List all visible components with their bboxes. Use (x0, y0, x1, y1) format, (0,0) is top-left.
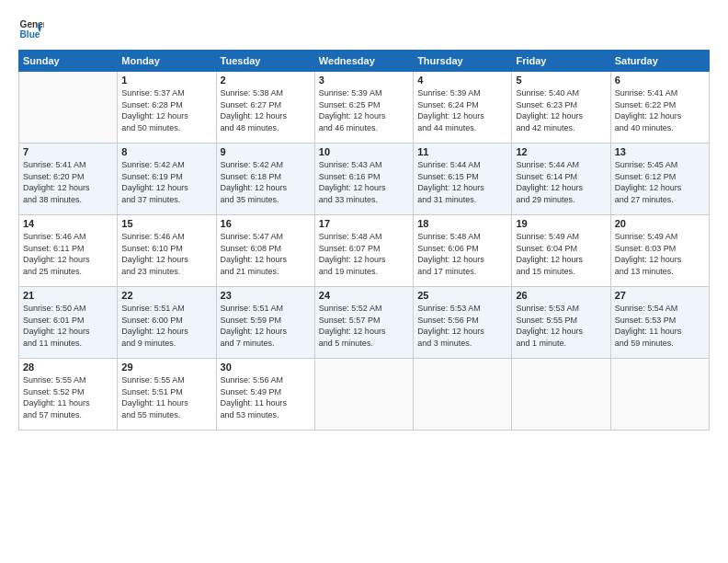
calendar-cell: 6Sunrise: 5:41 AMSunset: 6:22 PMDaylight… (610, 72, 709, 144)
day-number: 29 (121, 362, 211, 373)
day-number: 11 (417, 146, 507, 157)
day-info: Sunrise: 5:51 AMSunset: 5:59 PMDaylight:… (221, 303, 311, 349)
day-number: 22 (121, 290, 211, 301)
day-info: Sunrise: 5:55 AMSunset: 5:52 PMDaylight:… (23, 374, 113, 420)
calendar-cell: 2Sunrise: 5:38 AMSunset: 6:27 PMDaylight… (216, 72, 314, 144)
day-number: 19 (516, 218, 606, 229)
week-row-5: 28Sunrise: 5:55 AMSunset: 5:52 PMDayligh… (19, 359, 710, 431)
calendar-cell: 19Sunrise: 5:49 AMSunset: 6:04 PMDayligh… (512, 215, 610, 287)
day-info: Sunrise: 5:44 AMSunset: 6:15 PMDaylight:… (417, 159, 507, 205)
day-info: Sunrise: 5:49 AMSunset: 6:03 PMDaylight:… (615, 231, 705, 277)
day-info: Sunrise: 5:42 AMSunset: 6:18 PMDaylight:… (221, 159, 311, 205)
day-info: Sunrise: 5:44 AMSunset: 6:14 PMDaylight:… (516, 159, 606, 205)
day-info: Sunrise: 5:39 AMSunset: 6:25 PMDaylight:… (319, 87, 409, 133)
day-info: Sunrise: 5:48 AMSunset: 6:07 PMDaylight:… (319, 231, 409, 277)
calendar-cell: 23Sunrise: 5:51 AMSunset: 5:59 PMDayligh… (216, 287, 314, 359)
calendar-cell: 15Sunrise: 5:46 AMSunset: 6:10 PMDayligh… (118, 215, 216, 287)
header: General Blue (18, 17, 710, 42)
day-info: Sunrise: 5:46 AMSunset: 6:10 PMDaylight:… (121, 231, 211, 277)
calendar-cell: 30Sunrise: 5:56 AMSunset: 5:49 PMDayligh… (216, 359, 314, 431)
header-wednesday: Wednesday (314, 51, 413, 72)
day-number: 7 (23, 146, 113, 157)
calendar-cell: 17Sunrise: 5:48 AMSunset: 6:07 PMDayligh… (314, 215, 413, 287)
day-info: Sunrise: 5:56 AMSunset: 5:49 PMDaylight:… (221, 374, 311, 420)
calendar-cell: 18Sunrise: 5:48 AMSunset: 6:06 PMDayligh… (414, 215, 512, 287)
calendar-cell (512, 359, 610, 431)
calendar-cell: 8Sunrise: 5:42 AMSunset: 6:19 PMDaylight… (118, 144, 216, 215)
day-info: Sunrise: 5:37 AMSunset: 6:28 PMDaylight:… (121, 87, 211, 133)
day-info: Sunrise: 5:50 AMSunset: 6:01 PMDaylight:… (23, 303, 113, 349)
day-number: 3 (319, 75, 409, 86)
day-info: Sunrise: 5:49 AMSunset: 6:04 PMDaylight:… (516, 231, 606, 277)
calendar-cell: 16Sunrise: 5:47 AMSunset: 6:08 PMDayligh… (216, 215, 314, 287)
day-number: 20 (615, 218, 705, 229)
day-number: 27 (615, 290, 705, 301)
day-info: Sunrise: 5:41 AMSunset: 6:22 PMDaylight:… (615, 87, 705, 133)
day-number: 1 (121, 75, 211, 86)
svg-text:Blue: Blue (20, 29, 40, 40)
calendar-cell (414, 359, 512, 431)
day-number: 5 (516, 75, 606, 86)
calendar-cell: 12Sunrise: 5:44 AMSunset: 6:14 PMDayligh… (512, 144, 610, 215)
day-number: 2 (221, 75, 311, 86)
day-info: Sunrise: 5:41 AMSunset: 6:20 PMDaylight:… (23, 159, 113, 205)
calendar-header-row: SundayMondayTuesdayWednesdayThursdayFrid… (19, 51, 710, 72)
day-info: Sunrise: 5:55 AMSunset: 5:51 PMDaylight:… (121, 374, 211, 420)
calendar-cell: 24Sunrise: 5:52 AMSunset: 5:57 PMDayligh… (314, 287, 413, 359)
header-saturday: Saturday (610, 51, 709, 72)
calendar-cell: 7Sunrise: 5:41 AMSunset: 6:20 PMDaylight… (19, 144, 118, 215)
calendar-cell: 5Sunrise: 5:40 AMSunset: 6:23 PMDaylight… (512, 72, 610, 144)
week-row-4: 21Sunrise: 5:50 AMSunset: 6:01 PMDayligh… (19, 287, 710, 359)
week-row-2: 7Sunrise: 5:41 AMSunset: 6:20 PMDaylight… (19, 144, 710, 215)
calendar-cell: 21Sunrise: 5:50 AMSunset: 6:01 PMDayligh… (19, 287, 118, 359)
header-thursday: Thursday (414, 51, 512, 72)
day-info: Sunrise: 5:45 AMSunset: 6:12 PMDaylight:… (615, 159, 705, 205)
day-number: 17 (319, 218, 409, 229)
day-number: 24 (319, 290, 409, 301)
calendar-cell (610, 359, 709, 431)
calendar-cell: 27Sunrise: 5:54 AMSunset: 5:53 PMDayligh… (610, 287, 709, 359)
day-info: Sunrise: 5:38 AMSunset: 6:27 PMDaylight:… (221, 87, 311, 133)
calendar-table: SundayMondayTuesdayWednesdayThursdayFrid… (18, 50, 710, 431)
calendar-cell: 9Sunrise: 5:42 AMSunset: 6:18 PMDaylight… (216, 144, 314, 215)
calendar-cell: 25Sunrise: 5:53 AMSunset: 5:56 PMDayligh… (414, 287, 512, 359)
day-info: Sunrise: 5:46 AMSunset: 6:11 PMDaylight:… (23, 231, 113, 277)
header-friday: Friday (512, 51, 610, 72)
calendar-cell (19, 72, 118, 144)
logo: General Blue (18, 17, 44, 42)
calendar-cell: 13Sunrise: 5:45 AMSunset: 6:12 PMDayligh… (610, 144, 709, 215)
day-info: Sunrise: 5:51 AMSunset: 6:00 PMDaylight:… (121, 303, 211, 349)
calendar-cell: 28Sunrise: 5:55 AMSunset: 5:52 PMDayligh… (19, 359, 118, 431)
logo-icon: General Blue (18, 17, 44, 42)
calendar-cell: 11Sunrise: 5:44 AMSunset: 6:15 PMDayligh… (414, 144, 512, 215)
day-info: Sunrise: 5:40 AMSunset: 6:23 PMDaylight:… (516, 87, 606, 133)
day-info: Sunrise: 5:43 AMSunset: 6:16 PMDaylight:… (319, 159, 409, 205)
day-number: 23 (221, 290, 311, 301)
day-info: Sunrise: 5:52 AMSunset: 5:57 PMDaylight:… (319, 303, 409, 349)
day-info: Sunrise: 5:47 AMSunset: 6:08 PMDaylight:… (221, 231, 311, 277)
day-info: Sunrise: 5:53 AMSunset: 5:56 PMDaylight:… (417, 303, 507, 349)
calendar-cell: 20Sunrise: 5:49 AMSunset: 6:03 PMDayligh… (610, 215, 709, 287)
calendar-cell: 22Sunrise: 5:51 AMSunset: 6:00 PMDayligh… (118, 287, 216, 359)
header-monday: Monday (118, 51, 216, 72)
day-number: 12 (516, 146, 606, 157)
day-number: 14 (23, 218, 113, 229)
day-info: Sunrise: 5:53 AMSunset: 5:55 PMDaylight:… (516, 303, 606, 349)
day-number: 26 (516, 290, 606, 301)
calendar-cell: 29Sunrise: 5:55 AMSunset: 5:51 PMDayligh… (118, 359, 216, 431)
calendar-cell (314, 359, 413, 431)
day-number: 25 (417, 290, 507, 301)
page: General Blue SundayMondayTuesdayWednesda… (0, 0, 728, 563)
calendar-cell: 14Sunrise: 5:46 AMSunset: 6:11 PMDayligh… (19, 215, 118, 287)
day-number: 18 (417, 218, 507, 229)
week-row-3: 14Sunrise: 5:46 AMSunset: 6:11 PMDayligh… (19, 215, 710, 287)
day-number: 10 (319, 146, 409, 157)
header-tuesday: Tuesday (216, 51, 314, 72)
calendar-cell: 3Sunrise: 5:39 AMSunset: 6:25 PMDaylight… (314, 72, 413, 144)
day-number: 15 (121, 218, 211, 229)
day-number: 6 (615, 75, 705, 86)
day-number: 16 (221, 218, 311, 229)
calendar-cell: 10Sunrise: 5:43 AMSunset: 6:16 PMDayligh… (314, 144, 413, 215)
day-number: 28 (23, 362, 113, 373)
day-info: Sunrise: 5:48 AMSunset: 6:06 PMDaylight:… (417, 231, 507, 277)
